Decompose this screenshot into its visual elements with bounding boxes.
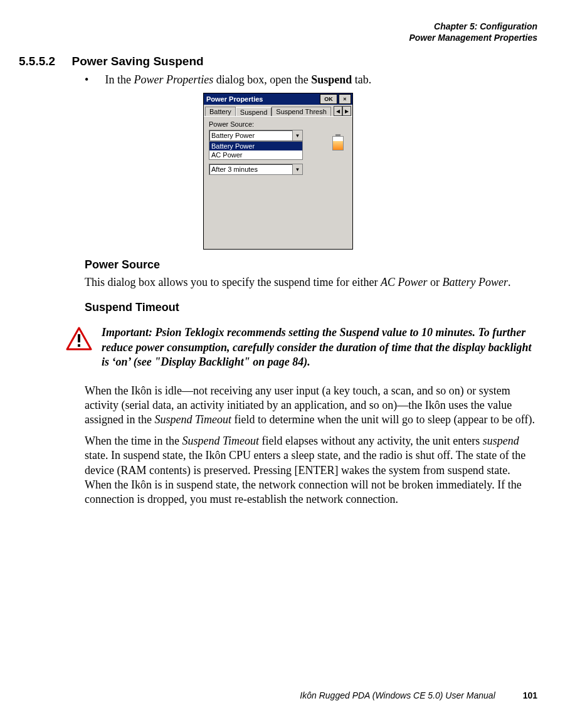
important-body: Psion Teklogix recommends setting the Su… (102, 326, 532, 368)
ok-button[interactable]: OK (320, 94, 337, 104)
important-text: Important: Psion Teklogix recommends set… (102, 325, 537, 369)
tab-scroll-left-icon[interactable]: ◀ (334, 106, 342, 116)
intro-bullet: • In the Power Properties dialog box, op… (85, 73, 537, 87)
paragraph-suspend: When the time in the Suspend Timeout fie… (85, 434, 537, 507)
tab-scroll: ◀ ▶ (334, 106, 351, 116)
power-source-listbox[interactable]: Battery Power AC Power (209, 141, 303, 160)
warning-icon (66, 327, 92, 351)
dialog-client-area: Power Source: Battery Power ▼ Battery Po… (204, 116, 352, 249)
battery-icon (332, 134, 344, 150)
tab-scroll-right-icon[interactable]: ▶ (342, 106, 351, 116)
header-chapter: Chapter 5: Configuration (19, 21, 537, 33)
header-section: Power Management Properties (19, 33, 537, 44)
list-item[interactable]: AC Power (209, 150, 302, 159)
paragraph-idle: When the Ikôn is idle—not receiving any … (85, 384, 537, 428)
power-source-combo[interactable]: Battery Power ▼ (209, 130, 303, 141)
timeout-combo-value: After 3 minutes (209, 166, 292, 173)
suspend-timeout-heading: Suspend Timeout (85, 301, 537, 314)
section-heading: 5.5.5.2 Power Saving Suspend (19, 55, 537, 68)
important-label: Important: (102, 325, 152, 340)
list-item[interactable]: Battery Power (209, 142, 302, 150)
dropdown-icon[interactable]: ▼ (292, 130, 302, 140)
footer-title: Ikôn Rugged PDA (Windows CE 5.0) User Ma… (300, 690, 495, 700)
power-source-heading: Power Source (85, 258, 537, 272)
power-source-paragraph: This dialog box allows you to specify th… (85, 275, 537, 290)
intro-text-c: tab. (352, 73, 371, 86)
tab-battery[interactable]: Battery (205, 107, 236, 116)
dialog-tabs: Battery Suspend Suspend Thresh ◀ ▶ (204, 105, 352, 116)
tab-suspend[interactable]: Suspend (236, 107, 272, 117)
power-source-label: Power Source: (209, 120, 347, 128)
dialog-title: Power Properties (206, 95, 319, 103)
intro-tab-name: Suspend (311, 73, 352, 86)
intro-dialog-name: Power Properties (134, 73, 213, 86)
dropdown-icon[interactable]: ▼ (292, 164, 302, 174)
section-number: 5.5.5.2 (19, 55, 55, 68)
intro-text-a: In the (105, 73, 134, 86)
important-note: Important: Psion Teklogix recommends set… (66, 325, 537, 369)
tab-suspend-threshold[interactable]: Suspend Thresh (272, 107, 331, 116)
section-title: Power Saving Suspend (72, 55, 204, 68)
page: Chapter 5: Configuration Power Managemen… (0, 0, 575, 728)
running-header: Chapter 5: Configuration Power Managemen… (19, 21, 537, 43)
page-footer: Ikôn Rugged PDA (Windows CE 5.0) User Ma… (300, 690, 537, 700)
bullet-dot: • (85, 73, 102, 87)
close-button[interactable]: × (339, 94, 351, 104)
svg-rect-2 (78, 344, 80, 347)
power-source-combo-value: Battery Power (209, 132, 292, 139)
svg-rect-1 (78, 334, 80, 342)
power-properties-dialog: Power Properties OK × Battery Suspend Su… (203, 93, 353, 250)
page-number: 101 (523, 690, 537, 700)
dialog-titlebar: Power Properties OK × (204, 93, 352, 105)
timeout-combo[interactable]: After 3 minutes ▼ (209, 164, 303, 175)
intro-text-b: dialog box, open the (213, 73, 311, 86)
